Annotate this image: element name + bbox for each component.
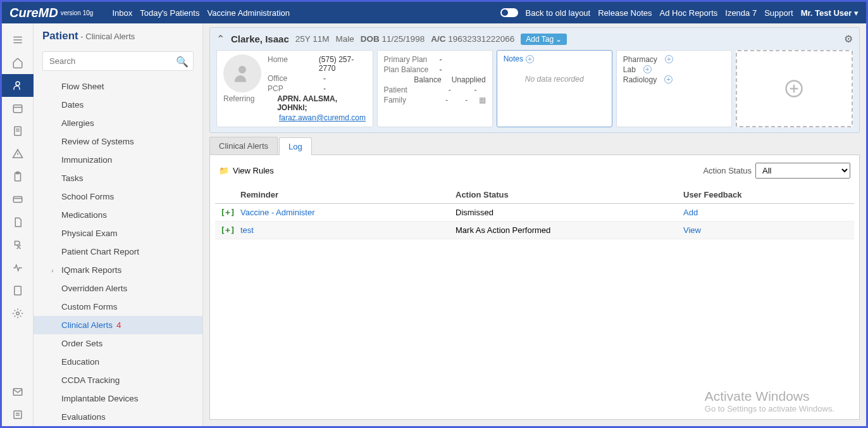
add-radiology-icon[interactable]: + bbox=[664, 75, 673, 84]
sidebar-item[interactable]: Dates bbox=[34, 96, 202, 114]
log-grid: Reminder Action Status User Feedback [+]… bbox=[215, 186, 854, 239]
svg-rect-14 bbox=[14, 286, 21, 295]
izenda-link[interactable]: Izenda 7 bbox=[725, 8, 757, 18]
dob-label: DOB 11/25/1998 bbox=[361, 34, 425, 44]
sidebar-item[interactable]: CCDA Tracking bbox=[34, 371, 202, 389]
tab-clinical-alerts[interactable]: Clinical Alerts bbox=[209, 137, 278, 154]
patient-banner: ⌃ Clarke, Isaac 25Y 11M Male DOB 11/25/1… bbox=[209, 27, 860, 133]
email-link[interactable]: faraz.awan@curemd.com bbox=[279, 113, 366, 122]
sidebar-item[interactable]: Overridden Alerts bbox=[34, 279, 202, 298]
add-note-icon[interactable]: + bbox=[526, 55, 534, 63]
nav-list[interactable]: Flow SheetDatesAllergiesReview of System… bbox=[34, 77, 202, 426]
adhoc-reports-link[interactable]: Ad Hoc Reports bbox=[660, 8, 718, 18]
table-row: [+]testMark As Action PerformedView bbox=[215, 222, 854, 239]
folder-icon: 📁 bbox=[219, 166, 229, 175]
menu-icon[interactable] bbox=[2, 28, 34, 51]
add-card-button[interactable] bbox=[736, 50, 853, 127]
top-bar: CureMD version 10g Inbox Today's Patient… bbox=[2, 2, 866, 23]
sidebar-item[interactable]: Custom Forms bbox=[34, 298, 202, 316]
search-icon[interactable]: 🔍 bbox=[176, 56, 189, 68]
feedback-link[interactable]: Add bbox=[683, 208, 698, 217]
user-menu[interactable]: Mr. Test User ▾ bbox=[801, 8, 859, 18]
billing-icon[interactable] bbox=[2, 188, 34, 211]
log-panel: 📁 View Rules Action Status All Reminder … bbox=[209, 155, 860, 420]
banner-gear-icon[interactable]: ⚙ bbox=[844, 33, 853, 45]
icon-rail bbox=[2, 23, 34, 426]
action-status-label: Action Status bbox=[703, 166, 752, 175]
sidebar-item[interactable]: Tasks bbox=[34, 169, 202, 187]
mail-icon[interactable] bbox=[2, 381, 34, 403]
rx-icon[interactable] bbox=[2, 234, 34, 256]
svg-rect-4 bbox=[13, 105, 22, 113]
view-rules-link[interactable]: View Rules bbox=[233, 166, 274, 175]
gear-icon[interactable] bbox=[2, 302, 34, 325]
sidebar-item[interactable]: Patient Chart Report bbox=[34, 242, 202, 261]
list-icon[interactable] bbox=[2, 403, 34, 426]
col-feedback: User Feedback bbox=[683, 190, 854, 199]
content-area: ⌃ Clarke, Isaac 25Y 11M Male DOB 11/25/1… bbox=[203, 23, 866, 426]
form-icon[interactable] bbox=[2, 120, 34, 142]
nav-vaccine[interactable]: Vaccine Administration bbox=[207, 8, 290, 18]
content-tabs: Clinical Alerts Log bbox=[209, 137, 860, 155]
table-row: [+]Vaccine - AdministerDismissedAdd bbox=[215, 204, 854, 222]
home-icon[interactable] bbox=[2, 51, 34, 74]
reminder-link[interactable]: Vaccine - Administer bbox=[240, 208, 315, 217]
layout-toggle[interactable] bbox=[500, 8, 518, 17]
back-layout-link[interactable]: Back to old layout bbox=[526, 8, 591, 18]
action-status-select[interactable]: All bbox=[755, 163, 850, 179]
vitals-icon[interactable] bbox=[2, 256, 34, 279]
sidebar-item[interactable]: School Forms bbox=[34, 187, 202, 206]
expand-icon[interactable]: [+] bbox=[220, 225, 235, 235]
sidebar-item[interactable]: Implantable Devices bbox=[34, 389, 202, 408]
add-tag-button[interactable]: Add Tag ⌄ bbox=[521, 34, 567, 45]
ac-label: A/C 19632331222066 bbox=[431, 34, 514, 44]
sidebar-item[interactable]: Allergies bbox=[34, 114, 202, 132]
col-reminder: Reminder bbox=[240, 190, 456, 199]
avatar[interactable] bbox=[223, 54, 261, 92]
calendar-icon[interactable] bbox=[2, 97, 34, 120]
brand-version: version 10g bbox=[61, 9, 94, 16]
add-lab-icon[interactable]: + bbox=[643, 65, 652, 73]
nav-inbox[interactable]: Inbox bbox=[112, 8, 132, 18]
patient-age: 25Y 11M bbox=[295, 34, 330, 44]
sidebar-item[interactable]: ›IQmark Reports bbox=[34, 261, 202, 279]
contact-card: Home(575) 257-2770 Office- PCP- Referrin… bbox=[216, 50, 373, 127]
tab-log[interactable]: Log bbox=[279, 137, 312, 155]
document-icon[interactable] bbox=[2, 211, 34, 234]
svg-point-3 bbox=[16, 82, 20, 85]
orders-card: Pharmacy+ Lab+ Radiology+ bbox=[616, 50, 732, 127]
nav-today[interactable]: Today's Patients bbox=[140, 8, 199, 18]
sidebar-item[interactable]: Education bbox=[34, 353, 202, 371]
search-input[interactable] bbox=[42, 51, 194, 71]
svg-point-20 bbox=[239, 66, 246, 73]
sidebar-header: Patient - Clinical Alerts bbox=[34, 23, 202, 49]
sidebar: Patient - Clinical Alerts 🔍 Flow SheetDa… bbox=[34, 23, 203, 426]
sidebar-item[interactable]: Flow Sheet bbox=[34, 77, 202, 96]
note-icon[interactable] bbox=[2, 279, 34, 302]
patient-icon[interactable] bbox=[2, 74, 34, 97]
svg-point-15 bbox=[16, 312, 19, 315]
alert-icon[interactable] bbox=[2, 142, 34, 165]
plan-card: Primary Plan- Plan Balance- BalanceUnapp… bbox=[377, 50, 493, 127]
patient-gender: Male bbox=[336, 34, 354, 44]
sidebar-item[interactable]: Order Sets bbox=[34, 334, 202, 353]
notes-title[interactable]: Notes bbox=[504, 54, 523, 63]
col-status: Action Status bbox=[456, 190, 683, 199]
sidebar-item[interactable]: Clinical Alerts4 bbox=[34, 316, 202, 334]
family-icon[interactable]: ▦ bbox=[479, 96, 486, 104]
patient-name[interactable]: Clarke, Isaac bbox=[231, 34, 289, 44]
reminder-link[interactable]: test bbox=[240, 225, 254, 235]
expand-icon[interactable]: [+] bbox=[220, 208, 235, 217]
sidebar-item[interactable]: Evaluations bbox=[34, 408, 202, 426]
feedback-link[interactable]: View bbox=[683, 225, 701, 235]
sidebar-item[interactable]: Review of Systems bbox=[34, 132, 202, 151]
support-link[interactable]: Support bbox=[764, 8, 793, 18]
collapse-icon[interactable]: ⌃ bbox=[216, 33, 225, 45]
notes-card: Notes+ No data recorded bbox=[497, 50, 612, 127]
add-pharmacy-icon[interactable]: + bbox=[665, 55, 673, 63]
sidebar-item[interactable]: Medications bbox=[34, 206, 202, 224]
sidebar-item[interactable]: Immunization bbox=[34, 151, 202, 169]
release-notes-link[interactable]: Release Notes bbox=[598, 8, 652, 18]
sidebar-item[interactable]: Physical Exam bbox=[34, 224, 202, 242]
clipboard-icon[interactable] bbox=[2, 165, 34, 188]
